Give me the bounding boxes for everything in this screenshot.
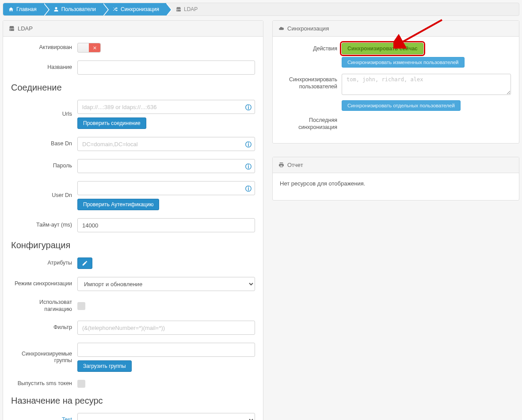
cloud-icon (278, 26, 284, 31)
timeout-input[interactable] (77, 218, 255, 232)
last-sync-label: Последняя синхронизация (281, 117, 337, 131)
ldap-panel: LDAP Активирован Название (3, 20, 263, 420)
edit-attributes-button[interactable] (77, 257, 92, 269)
section-resource: Назначение на ресурс (11, 396, 255, 406)
attributes-label: Атрибуты (11, 260, 72, 267)
report-panel-title: Отчет (273, 157, 519, 173)
info-icon[interactable]: ⓘ (245, 163, 251, 169)
report-empty-text: Нет ресурсов для отображения. (273, 173, 519, 200)
sync-panel: Синхронизация Действия Синхронизировать … (272, 20, 519, 144)
activated-label: Активирован (11, 44, 72, 51)
crumb-users[interactable]: Пользователи (44, 3, 103, 15)
pagination-checkbox[interactable] (77, 302, 85, 310)
hdd-icon (176, 7, 181, 12)
timeout-label: Тайм-аут (ms) (11, 222, 72, 229)
user-icon (53, 7, 59, 12)
crumb-home-label: Главная (16, 6, 37, 12)
filter-label: Фильтр (11, 324, 72, 331)
crumb-ldap: LDAP (166, 3, 205, 15)
crumb-ldap-label: LDAP (184, 6, 198, 12)
crumb-home[interactable]: Главная (3, 3, 44, 15)
sync-individual-button[interactable]: Синхронизировать отдельных пользователей (342, 100, 461, 111)
info-icon[interactable]: ⓘ (245, 141, 251, 147)
section-connection: Соединение (11, 83, 255, 93)
crumb-sync[interactable]: Синхронизация (103, 3, 166, 15)
sync-users-textarea[interactable] (342, 74, 511, 95)
report-panel: Отчет Нет ресурсов для отображения. (272, 157, 519, 201)
name-input[interactable] (77, 61, 255, 75)
breadcrumb: Главная Пользователи Синхронизация LDAP (3, 3, 519, 16)
urls-input[interactable] (77, 100, 255, 114)
userdn-input[interactable] (77, 181, 255, 195)
syncmode-label: Режим синхронизации (11, 280, 72, 288)
release-sms-label: Выпустить sms токен (11, 380, 72, 387)
filter-input[interactable] (77, 321, 255, 335)
load-groups-button[interactable]: Загрузить группы (77, 360, 132, 372)
test-label[interactable]: Test (11, 416, 72, 420)
shuffle-icon (113, 7, 118, 12)
actions-label: Действия (281, 43, 337, 53)
ldap-panel-title: LDAP (3, 21, 263, 37)
test-select[interactable] (77, 413, 255, 420)
syncgroups-label: Синхронизируемые группы (11, 351, 72, 364)
check-connection-button[interactable]: Проверить соединение (77, 117, 146, 129)
password-label: Пароль (11, 163, 72, 170)
ldap-title-text: LDAP (18, 25, 33, 32)
basedn-label: Base Dn (11, 140, 72, 148)
report-title-text: Отчет (287, 162, 303, 168)
print-icon (278, 162, 284, 168)
basedn-input[interactable] (77, 137, 255, 151)
sync-panel-title: Синхронизация (273, 21, 519, 37)
syncgroups-input[interactable] (77, 343, 255, 357)
info-icon[interactable]: ⓘ (245, 104, 251, 110)
info-icon[interactable]: ⓘ (245, 185, 251, 191)
edit-icon (82, 260, 88, 266)
release-sms-checkbox[interactable] (77, 380, 85, 388)
hdd-icon (9, 26, 15, 31)
close-icon (92, 45, 97, 50)
sync-changed-button[interactable]: Синхронизировать измененных пользователе… (342, 57, 465, 68)
activated-toggle[interactable] (77, 43, 101, 53)
section-config: Конфигурация (11, 240, 255, 250)
syncmode-select[interactable]: Импорт и обновление (77, 277, 255, 291)
userdn-label: User Dn (11, 192, 72, 199)
crumb-sync-label: Синхронизация (121, 6, 159, 12)
sync-now-button[interactable]: Синхронизировать сейчас (342, 43, 423, 54)
password-input[interactable] (77, 159, 255, 173)
crumb-users-label: Пользователи (61, 6, 96, 12)
pagination-label: Использоват пагинацию (11, 299, 72, 313)
check-auth-button[interactable]: Проверить Аутентификацию (77, 199, 159, 210)
name-label: Название (11, 64, 72, 71)
sync-title-text: Синхронизация (287, 25, 329, 32)
sync-users-label: Синхронизировать пользователей (281, 74, 337, 90)
urls-label: Urls (11, 111, 72, 118)
home-icon (8, 7, 14, 12)
